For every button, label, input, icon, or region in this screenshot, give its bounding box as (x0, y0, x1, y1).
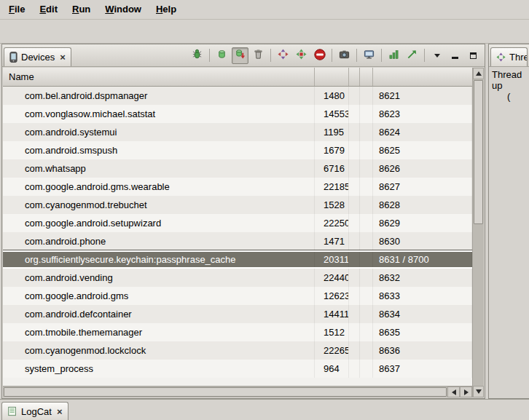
trash-icon (253, 49, 264, 62)
table-row[interactable]: com.whatsapp 6716 8626 (3, 159, 472, 178)
cause-gc-button[interactable] (250, 47, 267, 64)
screen-record-button[interactable] (361, 47, 377, 64)
table-row[interactable]: com.google.android.gms 12623 8633 (3, 287, 472, 305)
process-port-cell: 8632 (373, 269, 472, 287)
process-name-cell: com.android.vending (3, 269, 315, 287)
hscroll-thumb[interactable] (4, 387, 447, 397)
column-header-status2[interactable] (360, 68, 373, 86)
process-status2-cell (360, 87, 373, 105)
process-status2-cell (360, 159, 373, 178)
table-row[interactable]: com.google.android.gms.wearable 22185 86… (3, 178, 472, 196)
process-status2-cell (360, 360, 373, 378)
process-status2-cell (360, 287, 373, 305)
method-profiling-button[interactable] (293, 47, 310, 64)
table-row[interactable]: com.vonglasow.michael.satstat 14553 8623 (3, 105, 472, 123)
table-row[interactable]: com.android.phone 1471 8630 (3, 232, 472, 250)
tab-logcat[interactable]: LogCat × (1, 402, 68, 420)
process-pid-cell: 1480 (315, 87, 349, 105)
menu-file[interactable]: File (1, 0, 32, 19)
table-row[interactable]: com.google.android.setupwizard 22250 862… (3, 214, 472, 232)
horizontal-scrollbar[interactable] (3, 386, 472, 397)
vscroll-thumb[interactable] (474, 80, 483, 224)
chevron-down-icon (434, 54, 440, 58)
close-icon[interactable]: × (57, 406, 63, 417)
process-pid-cell: 6716 (315, 159, 349, 178)
menu-edit[interactable]: Edit (32, 0, 65, 19)
update-heap-button[interactable] (213, 47, 230, 64)
hierarchy-view-button[interactable] (404, 47, 420, 64)
table-row[interactable]: system_process 964 8637 (3, 360, 472, 378)
table-row[interactable]: com.tmobile.thememanager 1512 8635 (3, 323, 472, 341)
table-row[interactable]: org.sufficientlysecure.keychain:passphra… (3, 250, 472, 269)
arrow-down-icon (476, 389, 482, 394)
table-row[interactable]: com.bel.android.dspmanager 1480 8621 (3, 87, 472, 105)
close-icon[interactable]: × (60, 52, 66, 63)
vscroll-track[interactable] (473, 79, 484, 386)
process-name-cell: com.android.systemui (3, 123, 315, 141)
process-port-cell: 8624 (373, 123, 472, 141)
process-status-cell (349, 178, 360, 196)
minimize-button[interactable] (447, 47, 463, 64)
scroll-right-button[interactable] (460, 387, 472, 397)
heap-cylinder-icon (216, 49, 227, 62)
sysinfo-button[interactable] (385, 47, 402, 64)
table-row[interactable]: com.android.vending 22440 8632 (3, 269, 472, 287)
process-status-cell (349, 123, 360, 141)
scroll-up-button[interactable] (473, 68, 484, 79)
process-status-cell (349, 287, 360, 305)
menu-help[interactable]: Help (149, 0, 184, 19)
table-row[interactable]: com.android.defcontainer 14411 8634 (3, 305, 472, 323)
scroll-left-button[interactable] (447, 387, 460, 397)
update-threads-button[interactable] (275, 47, 291, 64)
toolbar-separator (332, 49, 332, 62)
tab-threads[interactable]: Threa (490, 47, 528, 66)
process-pid-cell: 20311 (315, 252, 349, 267)
main-toolbar (0, 20, 529, 44)
process-port-cell: 8627 (373, 178, 472, 196)
table-row[interactable]: com.cyanogenmod.lockclock 22265 8636 (3, 341, 472, 360)
process-pid-cell: 1528 (315, 196, 349, 214)
screen-capture-button[interactable] (336, 47, 353, 64)
view-menu-button[interactable] (428, 47, 445, 64)
dump-hprof-button[interactable] (232, 47, 248, 64)
process-status-cell (349, 305, 360, 323)
tab-devices[interactable]: Devices × (4, 47, 71, 66)
process-pid-cell: 14553 (315, 105, 349, 123)
column-header-pid[interactable] (315, 68, 349, 86)
process-status-cell (349, 269, 360, 287)
stop-process-button[interactable] (311, 47, 328, 64)
vertical-scrollbar[interactable] (472, 68, 484, 397)
process-pid-cell: 22185 (315, 178, 349, 196)
process-pid-cell: 1512 (315, 323, 349, 341)
toolbar-separator (424, 49, 425, 62)
process-status2-cell (360, 323, 373, 341)
menu-window[interactable]: Window (98, 0, 149, 19)
table-row[interactable]: com.android.smspush 1679 8625 (3, 141, 472, 159)
process-status-cell (349, 360, 360, 378)
column-header-status1[interactable] (349, 68, 360, 86)
table-row[interactable]: com.android.systemui 1195 8624 (3, 123, 472, 141)
debug-process-button[interactable] (189, 47, 205, 64)
threads-view-header: Threa (489, 44, 529, 67)
threads-body: Thread up ( (489, 67, 529, 104)
arrow-left-icon (452, 389, 456, 395)
menubar: File Edit Run Window Help (0, 0, 529, 20)
devices-view: Devices × (1, 44, 485, 399)
column-header-port[interactable] (373, 68, 472, 86)
process-name-cell: com.tmobile.thememanager (3, 323, 315, 341)
process-pid-cell: 22265 (315, 341, 349, 360)
display-icon (364, 49, 375, 62)
process-status-cell (349, 214, 360, 232)
scroll-down-button[interactable] (473, 386, 484, 397)
tab-threads-label: Threa (509, 52, 528, 63)
process-status2-cell (360, 141, 373, 159)
column-header-name[interactable]: Name (3, 68, 315, 86)
process-status-cell (349, 141, 360, 159)
process-port-cell: 8630 (373, 232, 472, 250)
process-port-cell: 8628 (373, 196, 472, 214)
toolbar-separator (381, 49, 382, 62)
maximize-button[interactable] (465, 47, 482, 64)
table-row[interactable]: com.cyanogenmod.trebuchet 1528 8628 (3, 196, 472, 214)
process-status2-cell (360, 341, 373, 360)
menu-run[interactable]: Run (65, 0, 98, 19)
